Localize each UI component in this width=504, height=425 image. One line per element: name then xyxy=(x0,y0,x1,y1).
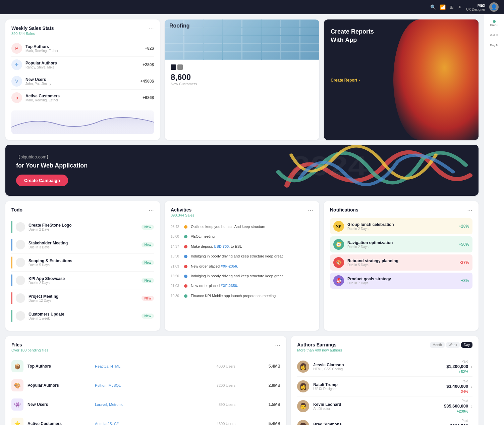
activity-item: 21:03 New order placed #XF-2356. xyxy=(171,262,313,271)
sidebar-buyn[interactable]: Buy N xyxy=(489,42,500,49)
author-row[interactable]: 👩 Natali Trump UI/UX Designer Paid $3,40… xyxy=(297,377,472,396)
sidebar-prebu[interactable]: Prebu xyxy=(489,18,499,29)
author-row[interactable]: 👩 Jessie Clarcson HTML, CSS Coding Paid … xyxy=(297,357,472,377)
file-row[interactable]: 👾 New Users Laravel, Metronic 890 Users … xyxy=(11,395,280,414)
file-row[interactable]: 📦 Top Authors ReactJs, HTML 4600 Users 5… xyxy=(11,357,280,376)
period-buttons: Month Week Day xyxy=(430,342,472,348)
roofing-title: Roofing xyxy=(169,23,189,29)
author-arrow-icon[interactable]: › xyxy=(471,404,472,409)
user-name: Max xyxy=(466,3,485,8)
notification-item[interactable]: 🧭 Navigation optimization Due in 2 Days … xyxy=(330,236,472,252)
file-name: Popular Authors xyxy=(27,383,95,388)
author-row[interactable]: 🧑 Brad Simmons Successful Fellas Paid $2… xyxy=(297,416,472,425)
activity-text: Outlines keep you honest. And keep struc… xyxy=(191,224,265,229)
period-month-button[interactable]: Month xyxy=(430,342,445,348)
activity-link[interactable]: #XF-2356. xyxy=(221,264,238,268)
author-role: Art Director xyxy=(313,407,444,411)
todo-item-name: Stakeholder Meeting xyxy=(29,241,142,245)
activity-text: Indulging in poorly driving and keep str… xyxy=(191,254,283,259)
file-icon: ⭐ xyxy=(11,418,23,425)
file-rows: 📦 Top Authors ReactJs, HTML 4600 Users 5… xyxy=(11,357,280,425)
create-report-link[interactable]: Create Report › xyxy=(331,78,360,83)
stat-value: +686$ xyxy=(143,95,154,100)
file-size: 5.4MB xyxy=(235,421,280,425)
stat-name: New Users xyxy=(25,77,51,82)
notification-item[interactable]: 🎯 Product goals strategy Due in 7 Days +… xyxy=(330,273,472,289)
signal-icon[interactable]: 📶 xyxy=(440,4,446,10)
notifications-menu[interactable]: ⋯ xyxy=(467,207,472,214)
stat-name: Top Authors xyxy=(25,44,58,49)
todo-item-name: Create FireStone Logo xyxy=(29,223,142,228)
author-financials: Paid $200,500 +28% xyxy=(450,419,468,425)
todo-priority-bar xyxy=(11,292,12,304)
author-avatar: 👨 xyxy=(297,400,309,412)
notification-item[interactable]: 🎨 Rebrand strategy planning Due in 5 Day… xyxy=(330,254,472,271)
todo-item[interactable]: Stakeholder Meeting Due in 3 Days New xyxy=(11,236,154,254)
author-rows: 👩 Jessie Clarcson HTML, CSS Coding Paid … xyxy=(297,357,472,425)
todo-item-name: Scoping & Estimations xyxy=(29,258,142,263)
todo-dot xyxy=(16,293,25,303)
notification-item[interactable]: 🍽 Group lunch celebration Due in 2 Days … xyxy=(330,218,472,234)
author-percent: +230% xyxy=(457,409,468,413)
activities-menu[interactable]: ⋯ xyxy=(308,207,313,214)
sidebar-geth[interactable]: Get H xyxy=(489,32,500,39)
grid-icon[interactable]: ⊞ xyxy=(450,4,454,10)
file-name: New Users xyxy=(27,402,95,407)
author-financials: Paid $1,200,000 +52% xyxy=(446,360,468,374)
author-role: UI/UX Designer xyxy=(313,387,446,391)
reports-background xyxy=(393,19,479,140)
stat-desc: Randy, Steve, Mike xyxy=(25,65,57,69)
file-size: 5.4MB xyxy=(235,364,280,369)
author-name: Brad Simmons xyxy=(313,422,450,425)
todo-item[interactable]: Project Meeting Due in 12 Days New xyxy=(11,289,154,307)
author-name: Jessie Clarcson xyxy=(313,363,446,367)
author-arrow-icon[interactable]: › xyxy=(471,364,472,369)
todo-item[interactable]: Create FireStone Logo Due in 2 Days New xyxy=(11,218,154,236)
file-row[interactable]: 🎨 Popular Authors Python, MySQL 7200 Use… xyxy=(11,376,280,395)
todo-priority-bar xyxy=(11,221,12,233)
stat-icon: ✈ xyxy=(11,59,22,70)
period-day-button[interactable]: Day xyxy=(461,342,472,348)
create-campaign-button[interactable]: Create Campaign xyxy=(16,175,68,186)
period-week-button[interactable]: Week xyxy=(446,342,460,348)
notification-name: Product goals strategy xyxy=(347,277,461,281)
files-title: Files xyxy=(11,342,48,347)
author-row[interactable]: 👨 Kevin Leonard Art Director Paid $35,60… xyxy=(297,396,472,416)
settings-icon[interactable]: ☀ xyxy=(458,4,462,10)
todo-info: Project Meeting Due in 12 Days xyxy=(29,294,142,302)
campaign-decoration: 2024 xyxy=(266,145,479,196)
stat-icon: b xyxy=(11,92,22,103)
weekly-stats-menu[interactable]: ⋯ xyxy=(149,26,154,32)
activity-dot xyxy=(184,275,187,278)
author-info: Brad Simmons Successful Fellas xyxy=(313,422,450,425)
todo-item[interactable]: KPI App Showcase Due in 2 Days New xyxy=(11,272,154,289)
files-menu[interactable]: ⋯ xyxy=(275,342,280,348)
reports-title: Create ReportsWith App xyxy=(331,28,374,44)
activity-dot xyxy=(184,284,187,288)
todo-item-due: Due in 2 Days xyxy=(29,281,142,285)
activity-link[interactable]: #XF-2356. xyxy=(221,284,238,288)
todo-item[interactable]: Customers Update Due in 1 week New xyxy=(11,307,154,325)
author-percent: -34% xyxy=(460,389,468,393)
todo-item[interactable]: Scoping & Estimations Due in 5 Days New xyxy=(11,254,154,272)
notification-percent: +28% xyxy=(459,224,469,229)
author-avatar: 👩 xyxy=(297,380,309,392)
author-arrow-icon[interactable]: › xyxy=(471,384,472,389)
stat-name: Popular Authors xyxy=(25,61,57,65)
todo-info: Customers Update Due in 1 week xyxy=(29,312,142,320)
author-paid-label: Paid xyxy=(461,360,468,363)
stat-icon: P xyxy=(11,43,22,54)
search-icon[interactable]: 🔍 xyxy=(430,4,436,10)
user-info: Max UX Designer xyxy=(466,3,485,11)
activity-text: Finance KPI Mobile app launch preperatio… xyxy=(191,293,276,298)
file-row[interactable]: ⭐ Active Customers AngularJS, C# 4600 Us… xyxy=(11,414,280,425)
campaign-title: for Your Web Application xyxy=(16,162,88,169)
todo-info: Stakeholder Meeting Due in 3 Days xyxy=(29,241,142,249)
activity-time: 10:30 xyxy=(171,294,184,298)
todo-menu[interactable]: ⋯ xyxy=(149,207,154,214)
file-users: 890 Users xyxy=(179,403,236,407)
author-arrow-icon[interactable]: › xyxy=(471,423,472,425)
activity-text: Indulging in poorly driving and keep str… xyxy=(191,274,283,279)
avatar[interactable]: 👤 xyxy=(489,2,499,12)
activity-link[interactable]: USD 700. xyxy=(214,244,230,248)
